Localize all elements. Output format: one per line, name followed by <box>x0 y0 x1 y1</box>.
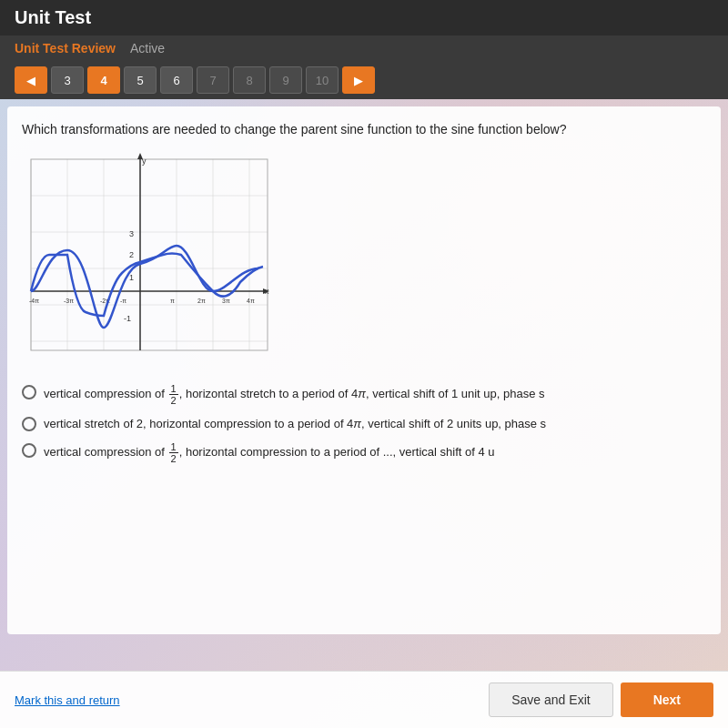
option-1-row: vertical compression of 12, horizontal s… <box>22 383 706 406</box>
bottom-buttons: Save and Exit Next <box>489 682 713 717</box>
page-4-button[interactable]: 4 <box>87 66 120 94</box>
option-3-text: vertical compression of 12, horizontal c… <box>44 441 495 464</box>
svg-text:-4π: -4π <box>29 298 39 304</box>
page-6-button[interactable]: 6 <box>160 66 193 94</box>
screen: Unit Test Unit Test Review Active ◀ 3 4 … <box>0 0 728 728</box>
bottom-bar: Mark this and return Save and Exit Next <box>0 671 728 728</box>
svg-text:-1: -1 <box>124 314 131 323</box>
fraction-half-1: 12 <box>169 383 178 406</box>
options-container: vertical compression of 12, horizontal s… <box>22 383 706 465</box>
nav-bar: ◀ 3 4 5 6 7 8 9 10 ▶ <box>0 61 728 99</box>
mark-return-link[interactable]: Mark this and return <box>15 693 120 707</box>
option-1-text: vertical compression of 12, horizontal s… <box>44 383 545 406</box>
page-7-button[interactable]: 7 <box>197 66 229 94</box>
option-2-row: vertical stretch of 2, horizontal compre… <box>22 415 706 433</box>
svg-text:y: y <box>142 157 147 166</box>
next-page-button[interactable]: ▶ <box>342 66 375 94</box>
question-text: Which transformations are needed to chan… <box>22 121 706 139</box>
page-9-button[interactable]: 9 <box>269 66 302 94</box>
svg-text:-3π: -3π <box>64 298 74 304</box>
option-3-row: vertical compression of 12, horizontal c… <box>22 441 706 464</box>
option-1-radio[interactable] <box>22 385 36 399</box>
sine-graph: 3 2 1 -1 y x -4π -3π -2π -π π 2π 3π 4π <box>22 150 277 369</box>
fraction-half-2: 12 <box>169 441 178 464</box>
next-button[interactable]: Next <box>621 682 713 717</box>
option-2-radio[interactable] <box>22 417 36 431</box>
prev-page-button[interactable]: ◀ <box>15 66 47 94</box>
page-10-button[interactable]: 10 <box>306 66 339 94</box>
svg-text:-π: -π <box>120 298 126 304</box>
svg-text:2: 2 <box>129 250 134 259</box>
svg-text:2π: 2π <box>197 298 206 304</box>
svg-text:1: 1 <box>129 273 134 282</box>
header-bar: Unit Test <box>0 0 728 35</box>
option-2-text: vertical stretch of 2, horizontal compre… <box>44 415 546 433</box>
page-8-button[interactable]: 8 <box>233 66 266 94</box>
page-title: Unit Test <box>15 7 91 27</box>
save-exit-button[interactable]: Save and Exit <box>489 682 612 717</box>
page-5-button[interactable]: 5 <box>124 66 157 94</box>
graph-container: 3 2 1 -1 y x -4π -3π -2π -π π 2π 3π 4π <box>22 150 277 369</box>
status-badge: Active <box>130 41 165 56</box>
page-3-button[interactable]: 3 <box>51 66 84 94</box>
svg-text:3π: 3π <box>222 298 230 304</box>
main-content: Which transformations are needed to chan… <box>7 106 721 634</box>
svg-text:x: x <box>265 287 269 296</box>
option-3-radio[interactable] <box>22 443 36 458</box>
svg-text:π: π <box>170 298 175 304</box>
sub-header: Unit Test Review Active <box>0 35 728 61</box>
svg-text:4π: 4π <box>247 298 255 304</box>
unit-test-review-link[interactable]: Unit Test Review <box>15 41 116 56</box>
svg-text:3: 3 <box>129 229 134 238</box>
